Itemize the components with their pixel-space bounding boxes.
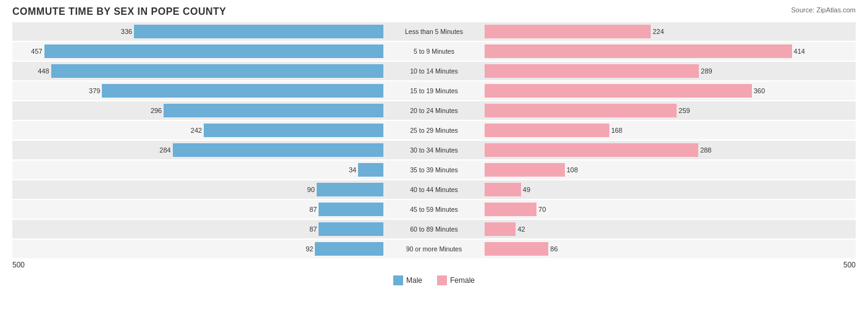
row-label: 15 to 19 Minutes	[410, 87, 458, 94]
female-value: 86	[550, 245, 557, 253]
female-bar	[485, 64, 699, 78]
table-row: 8760 to 89 Minutes42	[12, 220, 856, 238]
legend-female: Female	[437, 275, 475, 285]
female-value: 168	[611, 127, 622, 134]
female-value: 108	[567, 166, 578, 174]
male-value: 284	[159, 146, 170, 154]
legend-female-label: Female	[450, 276, 475, 285]
female-bar	[485, 222, 515, 236]
legend-male-label: Male	[406, 276, 422, 285]
row-label: Less than 5 Minutes	[405, 28, 463, 35]
female-bar	[485, 44, 792, 58]
legend: Male Female	[12, 275, 856, 285]
male-bar	[51, 64, 384, 78]
axis-left: 500	[12, 261, 25, 269]
female-value: 289	[701, 67, 712, 75]
row-label: 40 to 44 Minutes	[410, 186, 458, 193]
table-row: 8745 to 59 Minutes70	[12, 200, 856, 219]
row-label: 45 to 59 Minutes	[410, 206, 458, 213]
female-value: 49	[523, 186, 530, 193]
male-value: 457	[31, 48, 42, 55]
male-bar	[315, 242, 383, 256]
row-label: 60 to 89 Minutes	[410, 225, 458, 233]
female-bar	[485, 25, 651, 38]
row-label: 25 to 29 Minutes	[410, 127, 458, 134]
female-value: 288	[700, 146, 711, 154]
male-bar	[204, 124, 383, 137]
male-bar	[173, 143, 383, 157]
chart-title: COMMUTE TIME BY SEX IN POPE COUNTY	[12, 6, 856, 17]
female-bar	[485, 104, 677, 117]
row-label: 5 to 9 Minutes	[414, 48, 454, 55]
female-bar	[485, 163, 565, 177]
male-value: 296	[151, 107, 162, 114]
female-value: 70	[538, 206, 546, 213]
table-row: 28430 to 34 Minutes288	[12, 141, 856, 159]
female-bar	[485, 203, 536, 216]
table-row: 24225 to 29 Minutes168	[12, 121, 856, 140]
female-bar	[485, 84, 752, 98]
male-value: 448	[38, 67, 49, 75]
row-label: 90 or more Minutes	[406, 245, 462, 253]
male-bar	[319, 203, 383, 216]
male-value: 34	[349, 166, 356, 174]
table-row: 44810 to 14 Minutes289	[12, 62, 856, 80]
table-row: 9290 or more Minutes86	[12, 240, 856, 258]
axis-labels: 500 500	[12, 259, 856, 271]
male-value: 242	[191, 127, 202, 134]
female-bar	[485, 143, 698, 157]
male-value: 87	[309, 225, 317, 233]
male-bar	[319, 222, 383, 236]
female-bar	[485, 183, 521, 196]
row-label: 10 to 14 Minutes	[410, 67, 458, 75]
male-value: 87	[309, 206, 317, 213]
row-label: 30 to 34 Minutes	[410, 146, 458, 154]
chart-container: COMMUTE TIME BY SEX IN POPE COUNTY Sourc…	[12, 6, 856, 285]
female-value: 259	[678, 107, 690, 114]
legend-male-box	[393, 275, 403, 285]
table-row: 336Less than 5 Minutes224	[12, 22, 856, 41]
table-row: 3435 to 39 Minutes108	[12, 161, 856, 179]
male-value: 90	[307, 186, 315, 193]
male-bar	[358, 163, 383, 177]
female-value: 224	[653, 28, 664, 35]
female-value: 42	[517, 225, 525, 233]
male-bar	[134, 25, 383, 38]
table-row: 4575 to 9 Minutes414	[12, 42, 856, 61]
axis-right: 500	[843, 261, 856, 269]
male-bar	[317, 183, 383, 196]
row-label: 35 to 39 Minutes	[410, 166, 458, 174]
table-row: 29620 to 24 Minutes259	[12, 101, 856, 120]
male-bar	[164, 104, 383, 117]
male-value: 336	[121, 28, 132, 35]
male-value: 92	[306, 245, 313, 253]
legend-female-box	[437, 275, 447, 285]
legend-male: Male	[393, 275, 422, 285]
source-text: Source: ZipAtlas.com	[791, 6, 856, 14]
table-row: 9040 to 44 Minutes49	[12, 180, 856, 199]
chart-rows: 336Less than 5 Minutes2244575 to 9 Minut…	[12, 22, 856, 258]
female-value: 414	[794, 48, 805, 55]
row-label: 20 to 24 Minutes	[410, 107, 458, 114]
male-bar	[44, 44, 383, 58]
female-bar	[485, 124, 609, 137]
table-row: 37915 to 19 Minutes360	[12, 82, 856, 100]
male-value: 379	[89, 87, 100, 94]
female-value: 360	[754, 87, 765, 94]
male-bar	[102, 84, 383, 98]
female-bar	[485, 242, 548, 256]
